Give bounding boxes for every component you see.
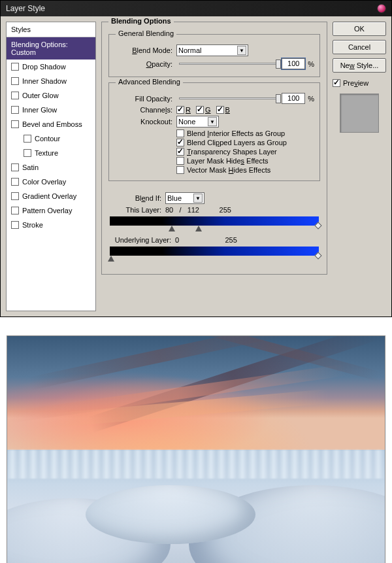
checkbox-icon[interactable] bbox=[11, 63, 19, 71]
channel-b-checkbox[interactable] bbox=[216, 106, 224, 114]
result-image bbox=[7, 335, 385, 563]
gradient-thumb[interactable] bbox=[169, 226, 175, 231]
styles-header[interactable]: Styles bbox=[7, 22, 95, 37]
blend-interior-label: Blend Interior Effects as Group bbox=[187, 129, 285, 137]
cancel-button[interactable]: Cancel bbox=[333, 40, 386, 54]
vector-mask-label: Vector Mask Hides Effects bbox=[187, 166, 270, 174]
channel-g-checkbox[interactable] bbox=[196, 106, 204, 114]
under-layer-label: Underlying Layer: bbox=[110, 236, 175, 244]
pct-label: % bbox=[305, 60, 314, 68]
gradient-thumb[interactable] bbox=[195, 226, 202, 231]
window-title: Layer Style bbox=[6, 4, 45, 13]
dialog-body: Styles Blending Options: Custom Drop Sha… bbox=[1, 16, 391, 316]
blending-options-group: Blending Options General Blending Blend … bbox=[101, 22, 327, 275]
blend-interior-checkbox[interactable] bbox=[176, 129, 184, 137]
advanced-blending-group: Advanced Blending Fill Opacity: 100 % Ch… bbox=[108, 82, 320, 181]
checkbox-icon[interactable] bbox=[11, 92, 19, 99]
checkbox-icon[interactable] bbox=[11, 178, 19, 186]
style-stroke[interactable]: Stroke bbox=[7, 218, 95, 232]
advanced-legend: Advanced Blending bbox=[116, 78, 183, 86]
styles-list: Styles Blending Options: Custom Drop Sha… bbox=[6, 22, 96, 311]
checkbox-icon[interactable] bbox=[11, 221, 19, 229]
right-buttons: OK Cancel New Style... Preview bbox=[333, 22, 386, 311]
blending-options-legend: Blending Options bbox=[108, 17, 174, 25]
style-pattern-overlay[interactable]: Pattern Overlay bbox=[7, 203, 95, 218]
gradient-thumb[interactable] bbox=[108, 256, 114, 262]
style-contour[interactable]: Contour bbox=[7, 131, 95, 146]
style-texture[interactable]: Texture bbox=[7, 146, 95, 160]
gradient-thumb[interactable] bbox=[314, 222, 321, 229]
this-layer-values: 80 / 112 255 bbox=[165, 206, 231, 214]
chevron-down-icon: ▼ bbox=[193, 194, 203, 203]
knockout-select[interactable]: None ▼ bbox=[176, 116, 219, 128]
options-panel: Blending Options General Blending Blend … bbox=[101, 22, 327, 311]
titlebar[interactable]: Layer Style bbox=[1, 1, 391, 16]
this-layer-label: This Layer: bbox=[110, 206, 165, 214]
preview-swatch bbox=[340, 94, 379, 133]
style-inner-shadow[interactable]: Inner Shadow bbox=[7, 74, 95, 88]
window-orb-icon[interactable] bbox=[377, 4, 386, 13]
knockout-label: Knockout: bbox=[114, 118, 176, 126]
pct-label: % bbox=[305, 95, 314, 103]
blend-if-group: Blend If: Blue ▼ This Layer: 80 / 112 25… bbox=[108, 186, 320, 269]
style-inner-glow[interactable]: Inner Glow bbox=[7, 103, 95, 117]
preview-label: Preview bbox=[343, 79, 368, 87]
blend-if-select[interactable]: Blue ▼ bbox=[165, 192, 204, 204]
checkbox-icon[interactable] bbox=[11, 163, 19, 171]
fill-opacity-input[interactable]: 100 bbox=[282, 93, 305, 104]
channel-r-checkbox[interactable] bbox=[176, 106, 184, 114]
chevron-down-icon: ▼ bbox=[208, 117, 217, 126]
style-bevel-emboss[interactable]: Bevel and Emboss bbox=[7, 117, 95, 131]
blend-clipped-checkbox[interactable] bbox=[176, 139, 184, 146]
blend-clipped-label: Blend Clipped Layers as Group bbox=[187, 139, 287, 146]
checkbox-icon[interactable] bbox=[11, 120, 19, 128]
general-blending-group: General Blending Blend Mode: Normal ▼ Op… bbox=[108, 34, 320, 77]
checkbox-icon[interactable] bbox=[11, 77, 19, 85]
general-legend: General Blending bbox=[116, 29, 176, 37]
opacity-label: Opacity: bbox=[114, 60, 176, 68]
transparency-checkbox[interactable] bbox=[176, 148, 184, 156]
blend-mode-select[interactable]: Normal ▼ bbox=[176, 44, 248, 56]
blend-mode-label: Blend Mode: bbox=[114, 46, 176, 54]
style-satin[interactable]: Satin bbox=[7, 160, 95, 175]
this-layer-gradient[interactable] bbox=[110, 216, 319, 226]
fill-opacity-label: Fill Opacity: bbox=[114, 95, 176, 103]
layer-style-window: Layer Style Styles Blending Options: Cus… bbox=[0, 0, 392, 317]
blend-if-label: Blend If: bbox=[110, 194, 165, 202]
checkbox-icon[interactable] bbox=[24, 135, 31, 143]
preview-checkbox[interactable] bbox=[333, 79, 340, 87]
channels-label: Channels: bbox=[114, 106, 176, 114]
transparency-label: Transparency Shapes Layer bbox=[187, 148, 277, 156]
checkbox-icon[interactable] bbox=[24, 149, 31, 157]
under-layer-gradient[interactable] bbox=[110, 247, 319, 256]
style-color-overlay[interactable]: Color Overlay bbox=[7, 175, 95, 189]
style-outer-glow[interactable]: Outer Glow bbox=[7, 88, 95, 103]
new-style-button[interactable]: New Style... bbox=[333, 58, 386, 73]
style-blending-options[interactable]: Blending Options: Custom bbox=[7, 37, 95, 60]
checkbox-icon[interactable] bbox=[11, 192, 19, 200]
under-layer-values: 0 255 bbox=[175, 236, 237, 244]
vector-mask-checkbox[interactable] bbox=[176, 166, 184, 174]
layer-mask-label: Layer Mask Hides Effects bbox=[187, 157, 269, 165]
checkbox-icon[interactable] bbox=[11, 207, 19, 214]
opacity-slider[interactable] bbox=[179, 63, 279, 65]
style-gradient-overlay[interactable]: Gradient Overlay bbox=[7, 189, 95, 203]
fill-opacity-slider[interactable] bbox=[179, 97, 279, 99]
chevron-down-icon: ▼ bbox=[237, 46, 246, 55]
opacity-input[interactable]: 100 bbox=[282, 58, 305, 69]
layer-mask-checkbox[interactable] bbox=[176, 157, 184, 165]
checkbox-icon[interactable] bbox=[11, 106, 19, 114]
ok-button[interactable]: OK bbox=[333, 22, 386, 36]
style-drop-shadow[interactable]: Drop Shadow bbox=[7, 60, 95, 74]
